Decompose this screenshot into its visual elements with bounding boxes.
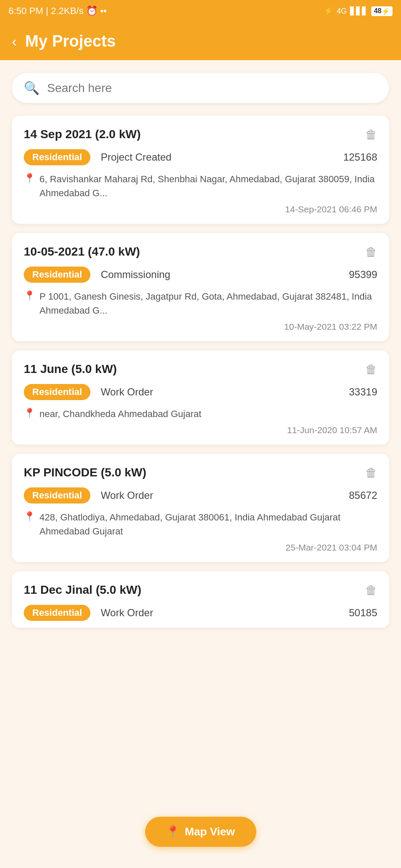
battery-icon: 48 ⚡ [371, 6, 393, 16]
page-title: My Projects [25, 32, 115, 50]
project-card: KP PINCODE (5.0 kW) 🗑 Residential Work O… [12, 454, 389, 562]
project-status: Work Order [101, 607, 339, 619]
project-card: 14 Sep 2021 (2.0 kW) 🗑 Residential Proje… [12, 116, 389, 224]
map-view-label: Map View [185, 825, 235, 838]
project-id: 50185 [349, 607, 377, 619]
delete-button[interactable]: 🗑 [365, 466, 377, 480]
location-icon: 📍 [24, 290, 35, 301]
card-meta: Residential Work Order 85672 [24, 487, 377, 504]
app-header: ‹ My Projects [0, 22, 401, 60]
project-id: 33319 [349, 386, 377, 398]
card-header: 10-05-2021 (47.0 kW) 🗑 [24, 245, 377, 259]
card-header: KP PINCODE (5.0 kW) 🗑 [24, 466, 377, 480]
map-pin-icon: 📍 [166, 825, 179, 838]
status-bar: 6:50 PM | 2.2KB/s ⏰ •• ⚡ 4G ▋▋▋ 48 ⚡ [0, 0, 401, 22]
project-status: Work Order [101, 490, 339, 501]
status-right-icons: ⚡ 4G ▋▋▋ 48 ⚡ [324, 6, 393, 16]
project-id: 85672 [349, 490, 377, 501]
card-timestamp: 14-Sep-2021 06:46 PM [24, 204, 377, 214]
search-bar: 🔍 [12, 73, 389, 103]
map-view-button[interactable]: 📍 Map View [145, 817, 256, 847]
card-title: 11 June (5.0 kW) [24, 362, 117, 376]
status-time-network: 6:50 PM | 2.2KB/s ⏰ •• [8, 6, 107, 17]
delete-button[interactable]: 🗑 [365, 128, 377, 142]
search-icon: 🔍 [24, 81, 39, 95]
residential-badge: Residential [24, 487, 90, 504]
address-text: 6, Ravishankar Maharaj Rd, Shenbhai Naga… [39, 172, 377, 200]
card-timestamp: 11-Jun-2020 10:57 AM [24, 425, 377, 435]
back-button[interactable]: ‹ [12, 34, 17, 48]
residential-badge: Residential [24, 267, 90, 283]
location-icon: 📍 [24, 511, 35, 522]
signal-bars-icon: ▋▋▋ [350, 6, 368, 16]
project-card: 11 Dec Jinal (5.0 kW) 🗑 Residential Work… [12, 571, 389, 628]
card-header: 11 Dec Jinal (5.0 kW) 🗑 [24, 583, 377, 597]
project-card: 11 June (5.0 kW) 🗑 Residential Work Orde… [12, 351, 389, 445]
card-address: 📍 428, Ghatlodiya, Ahmedabad, Gujarat 38… [24, 510, 377, 538]
card-address: 📍 near, Chandkheda Ahmedabad Gujarat [24, 407, 377, 421]
residential-badge: Residential [24, 384, 90, 400]
delete-button[interactable]: 🗑 [365, 362, 377, 376]
card-title: KP PINCODE (5.0 kW) [24, 466, 146, 479]
project-status: Work Order [101, 386, 339, 398]
address-text: 428, Ghatlodiya, Ahmedabad, Gujarat 3800… [39, 510, 377, 538]
card-header: 11 June (5.0 kW) 🗑 [24, 362, 377, 376]
location-icon: 📍 [24, 408, 35, 419]
project-id: 125168 [343, 151, 377, 163]
card-address: 📍 6, Ravishankar Maharaj Rd, Shenbhai Na… [24, 172, 377, 200]
project-card: 10-05-2021 (47.0 kW) 🗑 Residential Commi… [12, 233, 389, 341]
project-status: Project Created [101, 151, 333, 163]
delete-button[interactable]: 🗑 [365, 245, 377, 259]
signal-icon: 4G [337, 7, 347, 16]
location-icon: 📍 [24, 173, 35, 184]
delete-button[interactable]: 🗑 [365, 583, 377, 597]
search-input[interactable] [47, 81, 377, 95]
projects-list: 14 Sep 2021 (2.0 kW) 🗑 Residential Proje… [0, 111, 401, 679]
card-header: 14 Sep 2021 (2.0 kW) 🗑 [24, 128, 377, 142]
bluetooth-icon: ⚡ [324, 6, 333, 16]
card-meta: Residential Project Created 125168 [24, 149, 377, 165]
card-title: 14 Sep 2021 (2.0 kW) [24, 128, 140, 141]
card-meta: Residential Commissioning 95399 [24, 267, 377, 283]
project-status: Commissioning [101, 269, 339, 281]
card-title: 10-05-2021 (47.0 kW) [24, 245, 140, 259]
card-title: 11 Dec Jinal (5.0 kW) [24, 583, 141, 597]
card-meta: Residential Work Order 33319 [24, 384, 377, 400]
residential-badge: Residential [24, 605, 90, 621]
project-id: 95399 [349, 269, 377, 281]
card-timestamp: 10-May-2021 03:22 PM [24, 322, 377, 332]
card-meta: Residential Work Order 50185 [24, 605, 377, 621]
residential-badge: Residential [24, 149, 90, 165]
address-text: P 1001, Ganesh Ginesis, Jagatpur Rd, Got… [39, 289, 377, 317]
search-container: 🔍 [0, 60, 401, 111]
card-timestamp: 25-Mar-2021 03:04 PM [24, 542, 377, 553]
address-text: near, Chandkheda Ahmedabad Gujarat [39, 407, 202, 421]
card-address: 📍 P 1001, Ganesh Ginesis, Jagatpur Rd, G… [24, 289, 377, 317]
